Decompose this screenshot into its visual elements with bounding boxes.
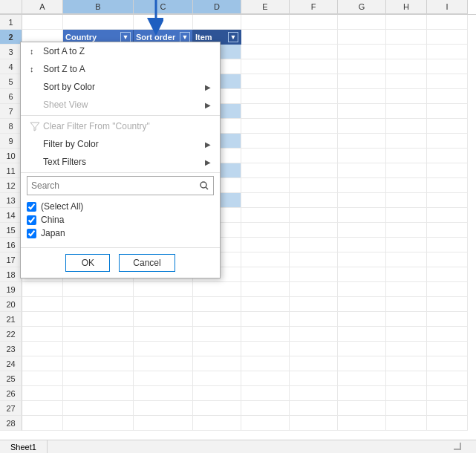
- cell-D22[interactable]: [193, 327, 241, 342]
- cell-I11[interactable]: [427, 163, 468, 178]
- cell-F5[interactable]: [290, 74, 338, 89]
- cell-F27[interactable]: [290, 401, 338, 416]
- checkbox-japan[interactable]: Japan: [27, 226, 214, 240]
- cell-G27[interactable]: [338, 401, 386, 416]
- cell-F14[interactable]: [290, 208, 338, 223]
- cell-E10[interactable]: [241, 149, 290, 163]
- cell-F19[interactable]: [290, 282, 338, 297]
- cell-C25[interactable]: [134, 371, 193, 386]
- country-filter-button[interactable]: ▼: [120, 32, 131, 42]
- cell-F20[interactable]: [290, 297, 338, 312]
- cell-E15[interactable]: [241, 223, 290, 238]
- cell-D24[interactable]: [193, 356, 241, 371]
- cell-G22[interactable]: [338, 327, 386, 342]
- cell-D25[interactable]: [193, 371, 241, 386]
- cell-E12[interactable]: [241, 178, 290, 193]
- cell-F8[interactable]: [290, 119, 338, 134]
- checkbox-china-input[interactable]: [27, 215, 36, 225]
- cell-B1[interactable]: [63, 15, 134, 30]
- cell-B21[interactable]: [63, 312, 134, 327]
- cell-H15[interactable]: [386, 223, 427, 238]
- cell-G4[interactable]: [338, 59, 386, 74]
- cell-F16[interactable]: [290, 238, 338, 252]
- col-header-E[interactable]: E: [241, 0, 290, 14]
- cell-G11[interactable]: [338, 163, 386, 178]
- cell-A20[interactable]: [22, 297, 63, 312]
- sort-by-color-item[interactable]: Sort by Color ▶: [21, 78, 220, 96]
- cell-I25[interactable]: [427, 371, 468, 386]
- cell-I27[interactable]: [427, 401, 468, 416]
- cell-G16[interactable]: [338, 238, 386, 252]
- cell-E14[interactable]: [241, 208, 290, 223]
- cell-I8[interactable]: [427, 119, 468, 134]
- cell-I22[interactable]: [427, 327, 468, 342]
- cell-F25[interactable]: [290, 371, 338, 386]
- cell-H20[interactable]: [386, 297, 427, 312]
- cell-H14[interactable]: [386, 208, 427, 223]
- cell-E13[interactable]: [241, 193, 290, 208]
- cell-E16[interactable]: [241, 238, 290, 252]
- cell-D23[interactable]: [193, 342, 241, 356]
- cell-I24[interactable]: [427, 356, 468, 371]
- sheet-view-item[interactable]: Sheet View ▶: [21, 96, 220, 114]
- cell-I16[interactable]: [427, 238, 468, 252]
- cell-F26[interactable]: [290, 386, 338, 401]
- cell-D21[interactable]: [193, 312, 241, 327]
- cell-E27[interactable]: [241, 401, 290, 416]
- cell-E28[interactable]: [241, 416, 290, 431]
- cell-G21[interactable]: [338, 312, 386, 327]
- cell-E23[interactable]: [241, 342, 290, 356]
- cell-E2[interactable]: [241, 30, 290, 45]
- cell-H6[interactable]: [386, 89, 427, 104]
- cell-G10[interactable]: [338, 149, 386, 163]
- cell-C19[interactable]: [134, 282, 193, 297]
- cell-E18[interactable]: [241, 267, 290, 282]
- cell-I19[interactable]: [427, 282, 468, 297]
- cell-C26[interactable]: [134, 386, 193, 401]
- checkbox-select-all[interactable]: (Select All): [27, 200, 214, 213]
- col-header-C[interactable]: C: [134, 0, 193, 14]
- cell-A25[interactable]: [22, 371, 63, 386]
- cell-H26[interactable]: [386, 386, 427, 401]
- col-header-I[interactable]: I: [427, 0, 468, 14]
- col-header-F[interactable]: F: [290, 0, 338, 14]
- cell-F9[interactable]: [290, 134, 338, 149]
- cell-H28[interactable]: [386, 416, 427, 431]
- cell-H3[interactable]: [386, 45, 427, 59]
- cell-I4[interactable]: [427, 59, 468, 74]
- cell-G12[interactable]: [338, 178, 386, 193]
- cell-B19[interactable]: [63, 282, 134, 297]
- cell-F24[interactable]: [290, 356, 338, 371]
- cell-G8[interactable]: [338, 119, 386, 134]
- cell-B28[interactable]: [63, 416, 134, 431]
- sheet-tab[interactable]: Sheet1: [0, 440, 48, 453]
- cell-A23[interactable]: [22, 342, 63, 356]
- cell-I26[interactable]: [427, 386, 468, 401]
- cell-H25[interactable]: [386, 371, 427, 386]
- cell-I7[interactable]: [427, 104, 468, 119]
- filter-by-color-item[interactable]: Filter by Color ▶: [21, 135, 220, 153]
- cell-A26[interactable]: [22, 386, 63, 401]
- cell-B27[interactable]: [63, 401, 134, 416]
- cell-H18[interactable]: [386, 267, 427, 282]
- cell-D19[interactable]: [193, 282, 241, 297]
- cell-C22[interactable]: [134, 327, 193, 342]
- cell-I2[interactable]: [427, 30, 468, 45]
- cell-F13[interactable]: [290, 193, 338, 208]
- cell-F17[interactable]: [290, 252, 338, 267]
- cell-E24[interactable]: [241, 356, 290, 371]
- cell-B26[interactable]: [63, 386, 134, 401]
- clear-filter-item[interactable]: Clear Filter From "Country": [21, 117, 220, 135]
- cell-G19[interactable]: [338, 282, 386, 297]
- cell-G9[interactable]: [338, 134, 386, 149]
- cell-H10[interactable]: [386, 149, 427, 163]
- cell-F11[interactable]: [290, 163, 338, 178]
- cell-H5[interactable]: [386, 74, 427, 89]
- cell-F21[interactable]: [290, 312, 338, 327]
- cell-A24[interactable]: [22, 356, 63, 371]
- cell-H4[interactable]: [386, 59, 427, 74]
- cell-A28[interactable]: [22, 416, 63, 431]
- cell-I12[interactable]: [427, 178, 468, 193]
- cell-G6[interactable]: [338, 89, 386, 104]
- cell-D27[interactable]: [193, 401, 241, 416]
